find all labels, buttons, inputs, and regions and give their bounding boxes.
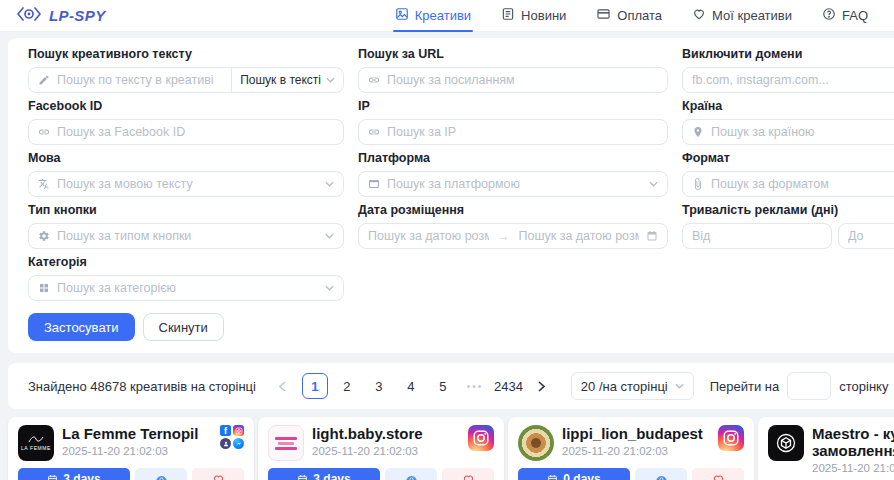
creative-card[interactable]: Maestro - кухні, ме замовлення в Ужго 20… bbox=[758, 417, 894, 480]
exclude-domains-input[interactable] bbox=[682, 67, 894, 93]
view-button[interactable] bbox=[135, 468, 187, 480]
field-creative-text: Пошук креативного тексту Пошук в тексті bbox=[28, 48, 344, 93]
field-language: Мова Пошук за мовою тексту bbox=[28, 152, 344, 197]
audience-network-icon bbox=[220, 438, 231, 449]
avatar bbox=[268, 425, 304, 461]
country-field[interactable] bbox=[711, 125, 894, 139]
facebook-icon: f bbox=[220, 425, 231, 436]
duration-to-input[interactable] bbox=[838, 223, 894, 249]
duration-badge-button[interactable]: 3 days bbox=[18, 468, 130, 480]
brand-name: LP-SPY bbox=[49, 7, 106, 24]
tab-payment[interactable]: Оплата bbox=[596, 0, 662, 32]
chevron-down-icon bbox=[325, 181, 334, 187]
card-title: La Femme Ternopil bbox=[62, 425, 212, 442]
instagram-icon bbox=[718, 425, 744, 451]
view-button[interactable] bbox=[385, 468, 437, 480]
apply-button[interactable]: Застосувати bbox=[28, 313, 135, 341]
duration-badge-button[interactable]: 3 days bbox=[268, 468, 380, 480]
page-button-3[interactable]: 3 bbox=[366, 373, 392, 399]
calendar-icon bbox=[646, 230, 658, 242]
ip-field[interactable] bbox=[387, 125, 658, 139]
card-title: light.baby.store bbox=[312, 425, 460, 442]
button-type-select[interactable]: Пошук за типом кнопки bbox=[28, 223, 344, 249]
duration-to-field[interactable] bbox=[848, 229, 894, 243]
facebook-id-field[interactable] bbox=[57, 125, 334, 139]
next-page-button[interactable] bbox=[529, 373, 555, 399]
avatar bbox=[518, 425, 554, 461]
pagination-bar: Знайдено 48678 креативів на сторінці 1 2… bbox=[8, 363, 894, 409]
field-button-type: Тип кнопки Пошук за типом кнопки bbox=[28, 204, 344, 249]
duration-from-field[interactable] bbox=[692, 229, 822, 243]
brand-logo[interactable]: LP-SPY bbox=[16, 6, 106, 26]
creative-text-input[interactable]: Пошук в тексті bbox=[28, 67, 344, 93]
creative-card[interactable]: light.baby.store 2025-11-20 21:02:03 3 d… bbox=[258, 417, 504, 480]
text-search-mode-select[interactable]: Пошук в тексті bbox=[231, 68, 343, 92]
country-input[interactable] bbox=[682, 119, 894, 145]
eye-icon bbox=[155, 473, 168, 480]
main-nav: Креативи Новини Оплата Мої креативи FAQ bbox=[395, 0, 868, 32]
news-icon bbox=[501, 7, 515, 24]
view-button[interactable] bbox=[635, 468, 687, 480]
duration-from-input[interactable] bbox=[682, 223, 832, 249]
page-button-5[interactable]: 5 bbox=[430, 373, 456, 399]
creative-card[interactable]: LA FEMME La Femme Ternopil 2025-11-20 21… bbox=[8, 417, 254, 480]
heart-icon bbox=[692, 7, 706, 24]
image-icon bbox=[395, 7, 409, 24]
creative-card[interactable]: lippi_lion_budapest 2025-11-20 21:02:03 … bbox=[508, 417, 754, 480]
avatar: LA FEMME bbox=[18, 425, 54, 461]
maestro-logo-icon bbox=[774, 431, 798, 455]
chevron-right-icon bbox=[538, 381, 545, 392]
ip-input[interactable] bbox=[358, 119, 668, 145]
heart-icon bbox=[462, 473, 475, 480]
results-summary: Знайдено 48678 креативів на сторінці bbox=[28, 379, 256, 394]
date-range-picker[interactable]: Пошук за датою розміщення → Пошук за дат… bbox=[358, 223, 668, 249]
url-input[interactable] bbox=[358, 67, 668, 93]
tab-my-creatives[interactable]: Мої креативи bbox=[692, 0, 792, 32]
creative-text-field[interactable] bbox=[57, 73, 224, 87]
paperclip-icon bbox=[692, 178, 704, 190]
duration-badge-button[interactable]: 0 days bbox=[518, 468, 630, 480]
page-size-select[interactable]: 20 /на сторінці bbox=[571, 372, 694, 400]
language-select[interactable]: Пошук за мовою тексту bbox=[28, 171, 344, 197]
favorite-button[interactable] bbox=[442, 468, 494, 480]
eye-icon bbox=[405, 473, 418, 480]
format-field[interactable] bbox=[711, 177, 894, 191]
tab-faq[interactable]: FAQ bbox=[822, 0, 868, 32]
page-button-2[interactable]: 2 bbox=[334, 373, 360, 399]
calendar-icon bbox=[47, 474, 58, 480]
la-femme-logo-icon bbox=[27, 435, 45, 444]
reset-button[interactable]: Скинути bbox=[143, 313, 224, 341]
credit-card-icon bbox=[596, 7, 611, 24]
translate-icon bbox=[38, 178, 50, 190]
tab-creatives[interactable]: Креативи bbox=[395, 0, 471, 32]
card-date: 2025-11-20 21:02:03 bbox=[312, 445, 460, 457]
page-button-4[interactable]: 4 bbox=[398, 373, 424, 399]
card-date: 2025-11-20 21:02:03 bbox=[62, 445, 212, 457]
chevron-down-icon bbox=[325, 233, 334, 239]
tab-news[interactable]: Новини bbox=[501, 0, 566, 32]
avatar bbox=[768, 425, 804, 461]
exclude-domains-field[interactable] bbox=[692, 73, 894, 87]
top-navbar: LP-SPY Креативи Новини Оплата Мої креати… bbox=[0, 0, 894, 32]
favorite-button[interactable] bbox=[192, 468, 244, 480]
url-field[interactable] bbox=[387, 73, 658, 87]
goto-page: Перейти на сторінку bbox=[710, 372, 889, 400]
platform-select[interactable]: Пошук за платформою bbox=[358, 171, 668, 197]
facebook-id-input[interactable] bbox=[28, 119, 344, 145]
field-category: Категорія Пошук за категорією bbox=[28, 256, 344, 301]
link-icon bbox=[368, 126, 380, 138]
page-button-1[interactable]: 1 bbox=[302, 373, 328, 399]
link-icon bbox=[38, 126, 50, 138]
prev-page-button[interactable] bbox=[270, 373, 296, 399]
pages-ellipsis[interactable]: ••• bbox=[462, 373, 488, 399]
map-pin-icon bbox=[692, 126, 704, 138]
category-select[interactable]: Пошук за категорією bbox=[28, 275, 344, 301]
goto-page-input[interactable] bbox=[787, 372, 831, 400]
format-input[interactable] bbox=[682, 171, 894, 197]
page-button-last[interactable]: 2434 bbox=[494, 373, 523, 399]
chevron-down-icon bbox=[326, 77, 335, 83]
card-title: lippi_lion_budapest bbox=[562, 425, 710, 442]
favorite-button[interactable] bbox=[692, 468, 744, 480]
instagram-icon bbox=[468, 425, 494, 451]
card-title: Maestro - кухні, ме bbox=[812, 425, 894, 442]
